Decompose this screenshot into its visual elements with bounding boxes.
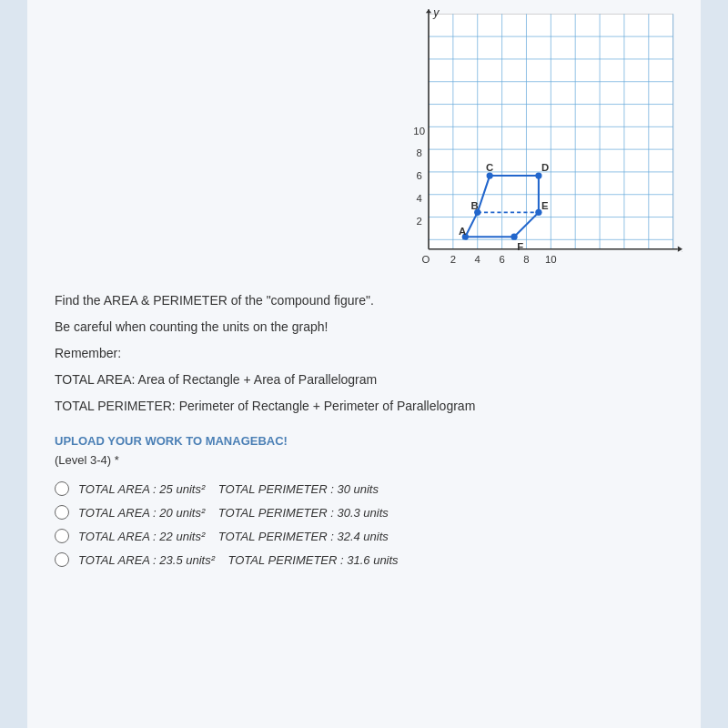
option-4-text: TOTAL AREA : 23.5 units² TOTAL PERIMETER… xyxy=(78,553,399,567)
total-perimeter-formula: TOTAL PERIMETER: Perimeter of Rectangle … xyxy=(55,397,682,416)
svg-text:6: 6 xyxy=(499,254,504,265)
svg-text:F: F xyxy=(517,241,523,252)
svg-text:4: 4 xyxy=(475,254,480,265)
option-3-text: TOTAL AREA : 22 units² TOTAL PERIMETER :… xyxy=(78,530,389,543)
svg-text:4: 4 xyxy=(417,193,422,204)
svg-text:E: E xyxy=(541,200,549,211)
svg-point-43 xyxy=(535,172,541,178)
svg-text:8: 8 xyxy=(523,254,529,265)
instruction-line2: Be careful when counting the units on th… xyxy=(55,318,682,337)
upload-section: UPLOAD YOUR WORK TO MANAGEBAC! (Level 3-… xyxy=(55,434,682,467)
svg-text:B: B xyxy=(471,200,479,211)
level-text: (Level 3-4) * xyxy=(55,453,682,467)
radio-option-1[interactable] xyxy=(55,481,69,496)
option-1-text: TOTAL AREA : 25 units² TOTAL PERIMETER :… xyxy=(78,482,379,496)
upload-text: UPLOAD YOUR WORK TO MANAGEBAC! xyxy=(55,434,682,448)
instruction-line1: Find the AREA & PERIMETER of the "compou… xyxy=(55,291,682,310)
radio-option-4[interactable] xyxy=(55,552,69,567)
content-card: O 2 4 6 8 10 2 4 6 8 10 x y xyxy=(27,0,701,728)
svg-text:2: 2 xyxy=(450,254,456,265)
svg-text:2: 2 xyxy=(417,216,422,227)
svg-text:6: 6 xyxy=(417,170,422,181)
total-area-formula: TOTAL AREA: Area of Rectangle + Area of … xyxy=(55,370,682,389)
svg-text:D: D xyxy=(541,162,549,173)
radio-option-2[interactable] xyxy=(55,505,69,520)
svg-point-42 xyxy=(487,172,493,178)
svg-text:O: O xyxy=(421,254,430,265)
svg-text:x: x xyxy=(682,242,682,255)
option-row-2[interactable]: TOTAL AREA : 20 units² TOTAL PERIMETER :… xyxy=(55,505,682,520)
option-row-3[interactable]: TOTAL AREA : 22 units² TOTAL PERIMETER :… xyxy=(55,529,682,543)
options-list: TOTAL AREA : 25 units² TOTAL PERIMETER :… xyxy=(55,481,682,567)
radio-option-3[interactable] xyxy=(55,529,69,543)
svg-marker-24 xyxy=(426,9,431,13)
option-row-1[interactable]: TOTAL AREA : 25 units² TOTAL PERIMETER :… xyxy=(55,481,682,496)
option-2-text: TOTAL AREA : 20 units² TOTAL PERIMETER :… xyxy=(78,506,389,520)
option-row-4[interactable]: TOTAL AREA : 23.5 units² TOTAL PERIMETER… xyxy=(55,552,682,567)
svg-point-45 xyxy=(511,234,517,240)
svg-text:8: 8 xyxy=(417,147,422,158)
svg-text:C: C xyxy=(486,162,493,173)
page-wrapper: O 2 4 6 8 10 2 4 6 8 10 x y xyxy=(0,0,728,728)
svg-text:10: 10 xyxy=(413,126,425,136)
graph-container: O 2 4 6 8 10 2 4 6 8 10 x y xyxy=(400,9,682,282)
svg-text:A: A xyxy=(459,226,466,237)
coordinate-graph: O 2 4 6 8 10 2 4 6 8 10 x y xyxy=(400,9,682,282)
remember-label: Remember: xyxy=(55,344,682,363)
svg-text:10: 10 xyxy=(545,254,557,265)
remember-section: Remember: TOTAL AREA: Area of Rectangle … xyxy=(55,344,682,416)
svg-text:y: y xyxy=(432,9,440,19)
text-content: Find the AREA & PERIMETER of the "compou… xyxy=(55,291,682,576)
